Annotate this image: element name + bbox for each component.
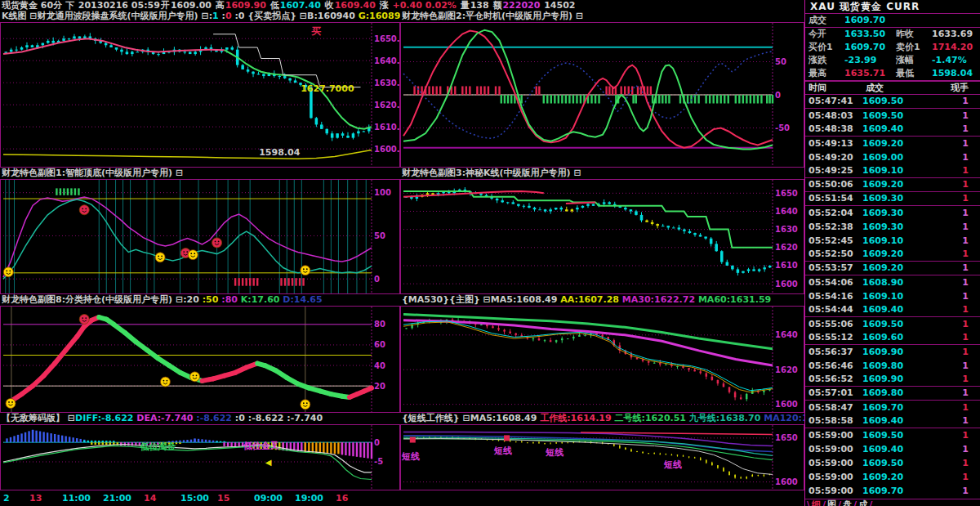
panel-duanxian-header-text: {短线工作线} <box>402 413 463 423</box>
sidebar-tab-图[interactable]: 图 <box>826 499 838 506</box>
svg-text:1627.7000: 1627.7000 <box>301 83 354 94</box>
panel-kline-main-header-text: : <box>219 11 225 21</box>
panel-duanxian-header: {短线工作线} ⊟MA5:1608.49 工作线:1614.19 二号线:162… <box>400 413 804 424</box>
tick-price: 1609.10 <box>862 289 936 303</box>
tick-time: 05:52:38 <box>805 220 862 234</box>
svg-text:20: 20 <box>374 382 385 391</box>
tick-price: 1609.30 <box>862 192 936 205</box>
svg-text:1630.0: 1630.0 <box>374 78 400 87</box>
panel-fenlei: 财龙特色副图8:分类持仓(中级版用户专用) ⊟:20 :50 :80 K:17.… <box>0 294 400 413</box>
panel-shenmi: 财龙特色副图3:神秘K线(中级版用户专用) ⊟16501640163016201… <box>400 168 804 294</box>
tick-time: 05:47:41 <box>805 95 862 108</box>
quote-info-text: 222020 <box>502 0 543 11</box>
sidebar-tab-成[interactable]: 成 <box>857 499 869 506</box>
panel-pingcang-chart[interactable]: 500-50 <box>400 22 804 168</box>
panel-kline-main-header-text: 1 <box>212 11 219 21</box>
tick-price: 1609.20 <box>862 137 936 150</box>
tick-row: 05:55:121609.601 <box>805 331 980 345</box>
tick-time: 05:58:47 <box>805 401 862 414</box>
quote-field-value: 1598.04 <box>932 67 980 80</box>
collapse-icon[interactable]: ⊟ <box>176 294 183 305</box>
panel-duanxian-chart[interactable]: 16501600短线短线短线短线 <box>400 424 804 490</box>
sidebar-tabs: \细/图/盘/成/ <box>805 499 980 506</box>
panel-wudi-header-text: :0 <box>235 413 248 423</box>
quote-info-text: +0.40 0.02% <box>392 0 459 11</box>
panel-ma530-header-text: AA:1607.28 <box>560 294 622 305</box>
collapse-icon[interactable]: ⊟ <box>573 168 581 178</box>
svg-text:60: 60 <box>374 340 385 349</box>
tick-volume: 1 <box>936 248 980 261</box>
time-axis-label: 13 <box>29 493 42 504</box>
panel-kline-main-header-text: B:160940 <box>307 11 359 21</box>
tick-price: 1609.80 <box>862 359 936 373</box>
panel-fenlei-chart[interactable]: 80604020 <box>0 306 400 413</box>
collapse-icon[interactable]: ⊟ <box>463 413 470 423</box>
tick-row: 05:59:001609.501 <box>805 428 980 442</box>
panel-ma530-chart[interactable]: 164016201600 <box>400 306 804 413</box>
quote-info-text: 1609.90 <box>225 0 270 11</box>
panel-dingdi-header: 财龙特色副图1:智能顶底(中级版用户专用) ⊟ <box>0 168 400 179</box>
tick-time: 05:59:00 <box>805 470 862 484</box>
quote-field-label: 买价1 <box>805 41 844 54</box>
tick-row: 05:52:381609.301 <box>805 220 980 234</box>
tick-volume: 1 <box>936 414 980 428</box>
panel-wudi-header-text: DIFF:-8.622 <box>75 413 136 423</box>
svg-text:1640.0: 1640.0 <box>374 56 400 65</box>
panel-ma530-header-text: MA5:1608.49 <box>491 294 560 305</box>
tick-time: 05:59:00 <box>805 428 862 442</box>
tick-volume: 1 <box>936 345 980 359</box>
tick-time: 05:52:45 <box>805 234 862 248</box>
svg-text:短线: 短线 <box>663 459 682 470</box>
panel-dingdi-chart[interactable]: 100500 <box>0 179 400 294</box>
tick-price: 1609.50 <box>862 95 936 108</box>
tick-volume: 1 <box>936 289 980 303</box>
panel-kline-main-header-text: 0 <box>225 11 232 21</box>
svg-text:买: 买 <box>311 25 321 37</box>
tick-row: 05:48:381609.401 <box>805 123 980 137</box>
sidebar-tab-盘[interactable]: 盘 <box>841 499 853 506</box>
sidebar-tab-细[interactable]: 细 <box>810 499 822 506</box>
svg-text:0: 0 <box>374 438 380 447</box>
tick-price: 1608.90 <box>862 275 936 289</box>
tick-price: 1609.40 <box>862 442 936 456</box>
quote-field-label: 最低 <box>893 67 932 80</box>
tick-volume: 1 <box>936 470 980 484</box>
panel-fenlei-header-text: K:17.60 <box>241 294 283 305</box>
tick-volume: 1 <box>936 317 980 331</box>
tick-row: 05:52:501609.201 <box>805 248 980 262</box>
collapse-icon[interactable]: ⊟ <box>201 11 208 21</box>
panel-kline-main: K线图 ⊟财龙通用波段操盘系统(中级版用户专用) ⊟:1 :0 :0 {买卖拐点… <box>0 11 400 168</box>
tick-price: 1609.10 <box>862 164 936 177</box>
quote-field: 涨幅-1.47% <box>893 54 980 67</box>
collapse-icon[interactable]: ⊟ <box>176 168 183 178</box>
quote-row: 成交1609.70 <box>805 14 980 28</box>
tick-row: 05:59:001609.201 <box>805 470 980 484</box>
tick-price: 1609.90 <box>862 373 936 386</box>
svg-text:1650.0: 1650.0 <box>374 34 400 43</box>
collapse-icon[interactable]: ⊟ <box>68 413 75 423</box>
panel-duanxian: {短线工作线} ⊟MA5:1608.49 工作线:1614.19 二号线:162… <box>400 413 804 490</box>
svg-text:1610.0: 1610.0 <box>374 123 400 132</box>
quote-field-value: 1609.70 <box>844 41 893 54</box>
tick-time: 05:53:57 <box>805 262 862 275</box>
collapse-icon[interactable]: ⊟ <box>300 11 307 21</box>
panel-kline-main-chart[interactable]: 1650.01640.01630.01620.01610.01600.0买162… <box>0 22 400 168</box>
panel-shenmi-chart[interactable]: 165016401630162016101600 <box>400 179 804 294</box>
panel-wudi-chart[interactable]: 0-5低位淘金低位金叉◀ <box>0 424 400 490</box>
quote-info-text: 低 <box>270 0 279 11</box>
quote-info-bar: 现货黄金 60分 下 20130216 05:59开1609.00 高1609.… <box>2 0 804 11</box>
tick-time: 05:56:46 <box>805 359 862 373</box>
svg-text:短线: 短线 <box>545 447 564 458</box>
tick-list[interactable]: 05:47:411609.50105:48:031609.50105:48:38… <box>805 95 980 499</box>
quote-field: 成交1609.70 <box>805 14 980 27</box>
collapse-icon[interactable]: ⊟ <box>29 11 37 21</box>
collapse-icon[interactable]: ⊟ <box>576 11 583 21</box>
svg-text:1600: 1600 <box>775 400 798 409</box>
collapse-icon[interactable]: ⊟ <box>483 294 491 305</box>
svg-text:1620: 1620 <box>775 243 798 252</box>
tick-row: 05:59:001609.701 <box>805 484 980 498</box>
quote-info-text: 1607.40 <box>280 0 324 11</box>
quote-info-text: 14502 <box>544 0 575 11</box>
svg-text:1600: 1600 <box>775 280 798 289</box>
tick-price: 1609.20 <box>862 470 936 484</box>
